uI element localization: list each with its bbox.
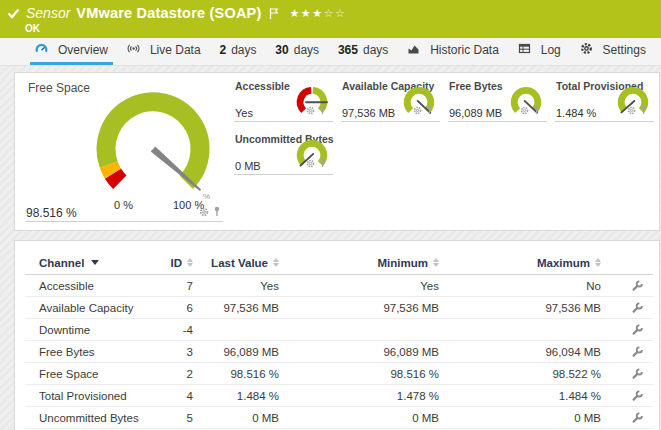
table-row: Available Capacity 6 97,536 MB 97,536 MB… [25, 297, 653, 319]
column-header-minimum[interactable]: Minimum [279, 257, 439, 269]
main-gauge-tile: Free Space % 0 % 100 % 98.516 % [15, 73, 233, 230]
column-header-maximum[interactable]: Maximum [439, 257, 601, 269]
sensor-header: Sensor VMware Datastore (SOAP) ★★★☆☆ OK [0, 0, 661, 38]
pin-icon[interactable] [426, 101, 433, 119]
mini-gauge-free-bytes: Free Bytes 96,089 MB [447, 77, 548, 127]
free-space-gauge: % [78, 81, 228, 221]
tab-bar: Overview Live Data 2days 30days 365days … [0, 38, 661, 66]
tab-overview[interactable]: Overview [30, 38, 113, 65]
pin-icon[interactable] [319, 101, 326, 119]
pin-icon[interactable] [640, 101, 647, 119]
tab-settings[interactable]: Settings [575, 38, 651, 65]
wrench-icon[interactable] [601, 412, 653, 424]
tab-historic-data[interactable]: Historic Data [402, 38, 504, 65]
mini-gauges-grid: Accessible Yes Available Capacity [233, 77, 655, 180]
wrench-icon[interactable] [601, 368, 653, 380]
table-row: Free Bytes 3 96,089 MB 96,089 MB 96,094 … [25, 341, 653, 363]
tab-2-days[interactable]: 2days [214, 38, 261, 65]
gear-icon[interactable] [306, 101, 315, 119]
table-row: Free Space 2 98.516 % 98.516 % 98.522 % [25, 363, 653, 385]
mini-gauge-total-provisioned: Total Provisioned 1.484 % [554, 77, 655, 127]
channel-table-panel: Channel ID Last Value Minimum Maximum Ac [14, 240, 660, 430]
tab-365-days[interactable]: 365days [333, 38, 393, 65]
gear-icon[interactable] [627, 101, 636, 119]
historic-data-icon [407, 42, 420, 58]
sort-desc-icon [91, 260, 99, 265]
status-badge: OK [25, 23, 40, 34]
live-data-icon [127, 42, 140, 58]
table-row: Uncommitted Bytes 5 0 MB 0 MB 0 MB [25, 407, 653, 429]
sort-icon [595, 258, 601, 267]
pin-icon[interactable] [533, 101, 540, 119]
column-header-channel[interactable]: Channel [25, 257, 147, 269]
gear-icon[interactable] [199, 206, 209, 220]
page-title: VMware Datastore (SOAP) [76, 5, 261, 21]
log-icon [518, 42, 531, 58]
wrench-icon[interactable] [601, 324, 653, 336]
mini-gauge-uncommitted-bytes: Uncommitted Bytes 0 MB [233, 130, 334, 180]
pin-icon[interactable] [213, 206, 221, 220]
tab-30-days[interactable]: 30days [270, 38, 324, 65]
wrench-icon[interactable] [601, 346, 653, 358]
tab-log[interactable]: Log [513, 38, 566, 65]
wrench-icon[interactable] [601, 302, 653, 314]
gear-icon[interactable] [306, 154, 315, 172]
wrench-icon[interactable] [601, 280, 653, 292]
gauges-panel: Free Space % 0 % 100 % 98.516 % Accessib… [14, 72, 660, 231]
wrench-icon[interactable] [601, 390, 653, 402]
gear-icon[interactable] [413, 101, 422, 119]
table-row: Total Provisioned 4 1.484 % 1.478 % 1.48… [25, 385, 653, 407]
mini-gauge-available-capacity: Available Capacity 97,536 MB [340, 77, 441, 127]
mini-gauge-accessible: Accessible Yes [233, 77, 334, 127]
main-gauge-value: 98.516 % [26, 206, 77, 220]
column-header-last-value[interactable]: Last Value [193, 257, 279, 269]
table-header-row: Channel ID Last Value Minimum Maximum [25, 251, 653, 275]
tab-live-data[interactable]: Live Data [122, 38, 206, 65]
pin-icon[interactable] [319, 154, 326, 172]
prtg-sensor-page: Sensor VMware Datastore (SOAP) ★★★☆☆ OK … [0, 0, 661, 430]
channel-table: Channel ID Last Value Minimum Maximum Ac [25, 251, 653, 429]
gear-icon[interactable] [520, 101, 529, 119]
table-row: Accessible 7 Yes Yes No [25, 275, 653, 297]
status-check-icon [7, 8, 20, 19]
favorite-flag-icon[interactable] [268, 7, 279, 20]
gear-icon [580, 42, 593, 58]
priority-stars[interactable]: ★★★☆☆ [289, 7, 346, 20]
table-row: Downtime -4 [25, 319, 653, 341]
gauge-icon [35, 42, 48, 58]
object-kind-label: Sensor [26, 5, 70, 21]
column-header-id[interactable]: ID [147, 257, 193, 269]
